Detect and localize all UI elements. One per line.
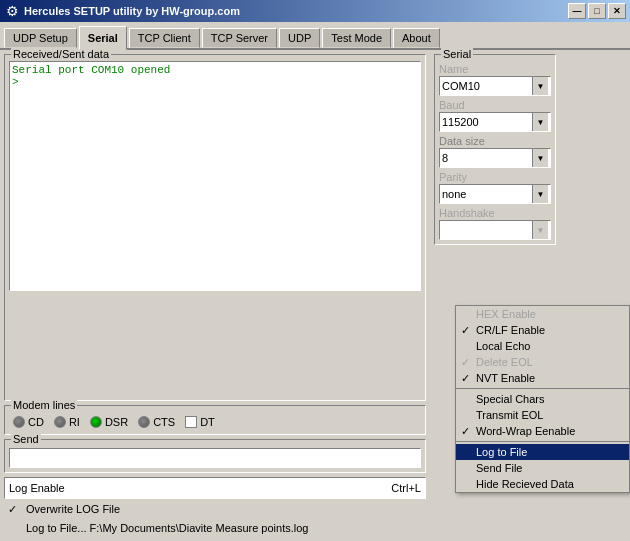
nvt-enable-label: NVT Enable bbox=[476, 372, 535, 384]
modem-lines-label: Modem lines bbox=[11, 399, 77, 411]
log-shortcut: Ctrl+L bbox=[391, 482, 421, 494]
word-wrap-label: Word-Wrap Eenable bbox=[476, 425, 575, 437]
send-input[interactable] bbox=[9, 448, 421, 468]
transmit-eol-label: Transmit EOL bbox=[476, 409, 543, 421]
menu-special-chars[interactable]: Special Chars bbox=[456, 391, 629, 407]
menu-hide-received[interactable]: Hide Recieved Data bbox=[456, 476, 629, 492]
name-arrow: ▼ bbox=[532, 77, 548, 95]
tab-tcp-client[interactable]: TCP Client bbox=[129, 28, 200, 48]
tab-serial[interactable]: Serial bbox=[79, 26, 127, 50]
menu-transmit-eol[interactable]: Transmit EOL bbox=[456, 407, 629, 423]
log-to-file-label: Log to File... F:\My Documents\Diavite M… bbox=[26, 522, 308, 534]
app-icon: ⚙ bbox=[4, 3, 20, 19]
cd-indicator: CD bbox=[13, 416, 44, 428]
tab-test-mode[interactable]: Test Mode bbox=[322, 28, 391, 48]
data-size-value: 8 bbox=[442, 152, 532, 164]
log-enable-label: Log Enable bbox=[9, 482, 387, 494]
tab-udp-setup[interactable]: UDP Setup bbox=[4, 28, 77, 48]
baud-dropdown[interactable]: 115200 ▼ bbox=[439, 112, 551, 132]
handshake-arrow: ▼ bbox=[532, 221, 548, 239]
menu-nvt-enable[interactable]: NVT Enable bbox=[456, 370, 629, 386]
crlf-enable-label: CR/LF Enable bbox=[476, 324, 545, 336]
menu-hex-enable[interactable]: HEX Enable bbox=[456, 306, 629, 322]
minimize-button[interactable]: — bbox=[568, 3, 586, 19]
ri-radio bbox=[54, 416, 66, 428]
log-enable-row[interactable]: Log Enable Ctrl+L bbox=[4, 477, 426, 499]
ri-label: RI bbox=[69, 416, 80, 428]
local-echo-label: Local Echo bbox=[476, 340, 530, 352]
baud-field-label: Baud bbox=[439, 99, 551, 111]
parity-field-label: Parity bbox=[439, 171, 551, 183]
menu-send-file[interactable]: Send File bbox=[456, 460, 629, 476]
tab-bar: UDP Setup Serial TCP Client TCP Server U… bbox=[0, 22, 630, 50]
send-section: Send bbox=[4, 439, 426, 473]
data-size-arrow: ▼ bbox=[532, 149, 548, 167]
title-text: Hercules SETUP utility by HW-group.com bbox=[24, 5, 240, 17]
log-section: Log Enable Ctrl+L ✓ Overwrite LOG File L… bbox=[4, 477, 426, 537]
tab-tcp-server[interactable]: TCP Server bbox=[202, 28, 277, 48]
cts-radio bbox=[138, 416, 150, 428]
cts-indicator: CTS bbox=[138, 416, 175, 428]
menu-word-wrap[interactable]: Word-Wrap Eenable bbox=[456, 423, 629, 439]
hide-received-label: Hide Recieved Data bbox=[476, 478, 574, 490]
delete-eol-label: Delete EOL bbox=[476, 356, 533, 368]
menu-crlf-enable[interactable]: CR/LF Enable bbox=[456, 322, 629, 338]
log-to-file-menu-label: Log to File bbox=[476, 446, 527, 458]
received-section: Received/Sent data Serial port COM10 ope… bbox=[4, 54, 426, 401]
modem-indicators: CD RI DSR CTS DT bbox=[9, 414, 421, 430]
serial-panel: Serial Name COM10 ▼ Baud 115200 ▼ Data s… bbox=[430, 50, 560, 249]
serial-group-label: Serial bbox=[441, 48, 473, 60]
title-bar: ⚙ Hercules SETUP utility by HW-group.com… bbox=[0, 0, 630, 22]
name-dropdown[interactable]: COM10 ▼ bbox=[439, 76, 551, 96]
tab-udp[interactable]: UDP bbox=[279, 28, 320, 48]
parity-value: none bbox=[442, 188, 532, 200]
context-menu: HEX Enable CR/LF Enable Local Echo Delet… bbox=[455, 305, 630, 493]
overwrite-checkmark: ✓ bbox=[8, 503, 22, 516]
parity-dropdown[interactable]: none ▼ bbox=[439, 184, 551, 204]
divider-2 bbox=[456, 441, 629, 442]
title-bar-left: ⚙ Hercules SETUP utility by HW-group.com bbox=[4, 3, 240, 19]
menu-log-to-file[interactable]: Log to File bbox=[456, 444, 629, 460]
received-text: Serial port COM10 opened > bbox=[12, 64, 170, 88]
name-value: COM10 bbox=[442, 80, 532, 92]
name-field-label: Name bbox=[439, 63, 551, 75]
log-to-file-checkmark bbox=[8, 522, 22, 534]
menu-local-echo[interactable]: Local Echo bbox=[456, 338, 629, 354]
left-panel: Received/Sent data Serial port COM10 ope… bbox=[0, 50, 430, 541]
dt-checkbox[interactable] bbox=[185, 416, 197, 428]
data-size-field-label: Data size bbox=[439, 135, 551, 147]
dt-indicator: DT bbox=[185, 416, 215, 428]
dt-label: DT bbox=[200, 416, 215, 428]
handshake-dropdown[interactable]: ▼ bbox=[439, 220, 551, 240]
special-chars-label: Special Chars bbox=[476, 393, 544, 405]
send-label: Send bbox=[11, 433, 41, 445]
dsr-radio bbox=[90, 416, 102, 428]
close-button[interactable]: ✕ bbox=[608, 3, 626, 19]
main-content: Received/Sent data Serial port COM10 ope… bbox=[0, 50, 630, 541]
hex-enable-label: HEX Enable bbox=[476, 308, 536, 320]
baud-arrow: ▼ bbox=[532, 113, 548, 131]
handshake-field-label: Handshake bbox=[439, 207, 551, 219]
received-text-area[interactable]: Serial port COM10 opened > bbox=[9, 61, 421, 291]
title-buttons: — □ ✕ bbox=[568, 3, 626, 19]
tab-about[interactable]: About bbox=[393, 28, 440, 48]
send-file-label: Send File bbox=[476, 462, 522, 474]
serial-group: Serial Name COM10 ▼ Baud 115200 ▼ Data s… bbox=[434, 54, 556, 245]
menu-delete-eol[interactable]: Delete EOL bbox=[456, 354, 629, 370]
divider-1 bbox=[456, 388, 629, 389]
parity-arrow: ▼ bbox=[532, 185, 548, 203]
overwrite-log-row[interactable]: ✓ Overwrite LOG File bbox=[4, 500, 426, 518]
maximize-button[interactable]: □ bbox=[588, 3, 606, 19]
right-area: Serial Name COM10 ▼ Baud 115200 ▼ Data s… bbox=[430, 50, 630, 541]
data-size-dropdown[interactable]: 8 ▼ bbox=[439, 148, 551, 168]
dsr-indicator: DSR bbox=[90, 416, 128, 428]
modem-lines-section: Modem lines CD RI DSR CTS bbox=[4, 405, 426, 435]
dsr-label: DSR bbox=[105, 416, 128, 428]
baud-value: 115200 bbox=[442, 116, 532, 128]
cd-radio bbox=[13, 416, 25, 428]
cd-label: CD bbox=[28, 416, 44, 428]
ri-indicator: RI bbox=[54, 416, 80, 428]
cts-label: CTS bbox=[153, 416, 175, 428]
log-to-file-row[interactable]: Log to File... F:\My Documents\Diavite M… bbox=[4, 519, 426, 537]
overwrite-log-label: Overwrite LOG File bbox=[26, 503, 120, 515]
